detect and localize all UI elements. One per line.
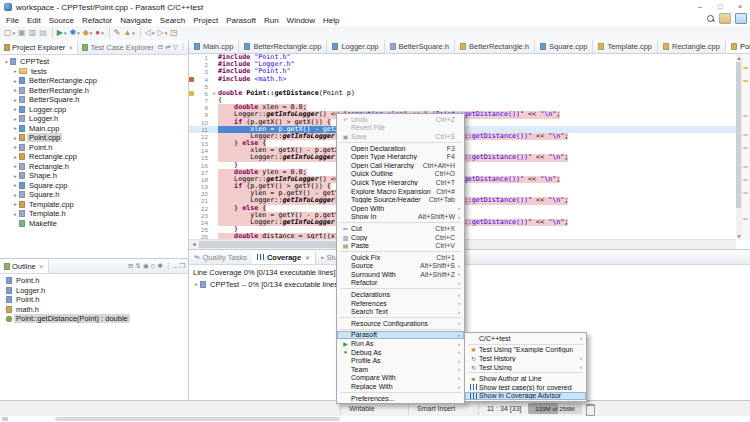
annotation-mark[interactable] — [743, 134, 748, 136]
back-icon[interactable]: ◁▾ — [144, 27, 156, 39]
tree-item-shape-h[interactable]: ▸Shape.h — [0, 171, 188, 181]
tree-item-main-cpp[interactable]: ▸Main.cpp — [0, 124, 188, 134]
tree-caret-icon[interactable]: ▾ — [3, 59, 10, 65]
menu-refactor[interactable]: Refactor — [78, 16, 116, 25]
menu-search[interactable]: Search — [156, 16, 189, 25]
bottom-tab-coverage[interactable]: Coverage✕ — [252, 251, 316, 264]
annotation-mark[interactable] — [743, 80, 748, 82]
menu-help[interactable]: Help — [319, 16, 343, 25]
parasoft-submenu-item-show-in-coverage-advisor[interactable]: Show in Coverage Advisor — [465, 392, 586, 401]
hide-fields-icon[interactable]: ◇ — [151, 262, 156, 270]
tree-item-template-cpp[interactable]: ▸Template.cpp — [0, 200, 188, 210]
tree-item-tests[interactable]: ▸tests — [0, 67, 188, 77]
annotation-mark[interactable] — [743, 179, 748, 181]
view-menu-icon[interactable]: ⋮ — [165, 262, 172, 270]
editor-tab-template-cpp[interactable]: Template.cpp — [593, 40, 658, 53]
test-configuration-icon[interactable]: ✱▾ — [68, 27, 80, 39]
parasoft-analyze-icon[interactable]: ●▾ — [94, 27, 104, 39]
editor-tab-betterrectangle-cpp[interactable]: BetterRectangle.cpp — [239, 40, 327, 53]
context-menu-item-quick-outline[interactable]: Quick OutlineCtrl+O — [337, 170, 464, 179]
context-menu-item-show-in[interactable]: Show InAlt+Shift+W› — [337, 213, 464, 222]
tree-caret-icon[interactable]: ▸ — [12, 87, 19, 93]
last-edit-location-icon[interactable]: ◳ — [169, 27, 179, 39]
close-view-icon[interactable]: ✕ — [68, 44, 73, 51]
view-tab-project-explorer[interactable]: Project Explorer✕ — [0, 41, 78, 54]
close-view-icon[interactable]: ✕ — [39, 263, 44, 270]
tree-item-point-cpp[interactable]: ▸Point.cpp — [0, 133, 188, 143]
menu-window[interactable]: Window — [283, 16, 319, 25]
context-menu-item-quick-fix[interactable]: Quick FixCtrl+1 — [337, 253, 464, 262]
context-menu-item-surround-with[interactable]: Surround WithAlt+Shift+Z› — [337, 270, 464, 279]
outline-item-point-getdistance-point-double[interactable]: Point::getDistance(Point) : double — [0, 314, 188, 324]
tree-item-square-cpp[interactable]: ▸Square.cpp — [0, 181, 188, 191]
outline-item-point-h[interactable]: Point.h — [0, 276, 188, 286]
close-view-icon[interactable]: ✕ — [305, 254, 310, 261]
link-editor-icon[interactable]: ⇄ — [165, 43, 170, 51]
menu-source[interactable]: Source — [45, 16, 78, 25]
tree-caret-icon[interactable]: ▸ — [12, 106, 19, 112]
dropdown-caret-icon[interactable]: ▾ — [152, 30, 155, 36]
parasoft-test-icon[interactable]: ◆▾ — [82, 27, 94, 39]
parasoft-submenu-item-test-history[interactable]: ↻Test History› — [465, 354, 586, 363]
tree-item-logger-h[interactable]: ▸Logger.h — [0, 114, 188, 124]
tree-caret-icon[interactable]: ▸ — [12, 68, 19, 74]
context-menu-item-refactor[interactable]: Refactor› — [337, 279, 464, 288]
dropdown-caret-icon[interactable]: ▾ — [13, 30, 16, 36]
minimize-icon[interactable]: – — [690, 0, 710, 14]
focus-icon[interactable]: ◉ — [143, 262, 149, 270]
garbage-collect-icon[interactable] — [586, 404, 595, 416]
context-menu-item-cut[interactable]: ✂CutCtrl+X — [337, 224, 464, 233]
close-icon[interactable]: × — [730, 0, 750, 14]
context-menu-item-open-declaration[interactable]: Open DeclarationF3 — [337, 144, 464, 153]
dropdown-caret-icon[interactable]: ▾ — [77, 30, 80, 36]
menu-project[interactable]: Project — [189, 16, 222, 25]
editor-tab-logger-cpp[interactable]: Logger.cpp — [327, 40, 384, 53]
tree-item-betterrectangle-cpp[interactable]: ▸BetterRectangle.cpp — [0, 76, 188, 86]
perspective-cpp-icon[interactable] — [735, 13, 747, 24]
context-menu-item-run-as[interactable]: ▶Run As› — [337, 339, 464, 348]
code-editor[interactable]: 1#include "Point.h"2#include "Logger.h"3… — [189, 54, 750, 249]
collapse-all-icon[interactable]: ⊟ — [158, 43, 163, 51]
save-all-icon[interactable]: ▥ — [28, 27, 38, 39]
context-menu-item-profile-as[interactable]: Profile As› — [337, 356, 464, 365]
tree-item-makefile[interactable]: Makefile — [0, 219, 188, 229]
context-menu-item-source[interactable]: SourceAlt+Shift+S› — [337, 262, 464, 271]
tree-item-rectangle-h[interactable]: ▸Rectangle.h — [0, 162, 188, 172]
overview-ruler[interactable] — [741, 54, 750, 240]
new-wizard-icon[interactable]: ▢▾ — [3, 27, 16, 39]
context-menu-item-references[interactable]: References› — [337, 299, 464, 308]
tree-caret-icon[interactable]: ▸ — [12, 173, 19, 179]
context-menu-item-debug-as[interactable]: ●Debug As› — [337, 348, 464, 357]
menu-file[interactable]: File — [2, 16, 23, 25]
menu-run[interactable]: Run — [260, 16, 283, 25]
tree-caret-icon[interactable]: ▸ — [12, 201, 19, 207]
tree-item-rectangle-cpp[interactable]: ▸Rectangle.cpp — [0, 152, 188, 162]
annotation-mark[interactable] — [743, 67, 748, 69]
context-menu-item-parasoft[interactable]: Parasoft› — [337, 331, 464, 340]
print-icon[interactable]: ▤ — [38, 27, 48, 39]
context-menu-item-resource-configurations[interactable]: Resource Configurations› — [337, 319, 464, 328]
tree-caret-icon[interactable]: ▸ — [12, 144, 19, 150]
tree-caret-icon[interactable]: ▸ — [12, 116, 19, 122]
tree-item-template-h[interactable]: ▸Template.h — [0, 209, 188, 219]
context-menu-item-open-type-hierarchy[interactable]: Open Type HierarchyF4 — [337, 152, 464, 161]
context-menu-item-open-with[interactable]: Open With› — [337, 204, 464, 213]
tree-item-cpptest[interactable]: ▾CPPTest — [0, 57, 188, 67]
forward-icon[interactable]: ▷▾ — [157, 27, 169, 39]
outline-item-point-h[interactable]: Point.h — [0, 295, 188, 305]
editor-tab-betterrectangle-h[interactable]: BetterRectangle.h — [455, 40, 535, 53]
context-menu-item-toggle-source-header[interactable]: Toggle Source/HeaderCtrl+Tab — [337, 195, 464, 204]
parasoft-submenu-item-test-using-example-configuration[interactable]: ✱Test Using "Example Configuration" — [465, 346, 586, 355]
save-icon[interactable]: ▣ — [17, 27, 27, 39]
annotation-mark[interactable] — [743, 166, 748, 168]
tree-caret-icon[interactable]: ▸ — [12, 182, 19, 188]
context-menu-item-quick-type-hierarchy[interactable]: Quick Type HierarchyCtrl+T — [337, 178, 464, 187]
tree-item-point-h[interactable]: ▸Point.h — [0, 143, 188, 153]
view-tab-outline[interactable]: Outline✕ — [0, 260, 49, 273]
fold-icon[interactable]: ⊖ — [210, 90, 218, 97]
maximize-icon[interactable]: □ — [710, 0, 730, 14]
outline-item-math-h[interactable]: math.h — [0, 305, 188, 315]
parasoft-submenu-item-show-test-case-s-for-covered-element[interactable]: Show test case(s) for covered element — [465, 383, 586, 392]
tree-caret-icon[interactable]: ▸ — [12, 135, 19, 141]
context-menu-item-save[interactable]: ▣SaveCtrl+S — [337, 132, 464, 141]
